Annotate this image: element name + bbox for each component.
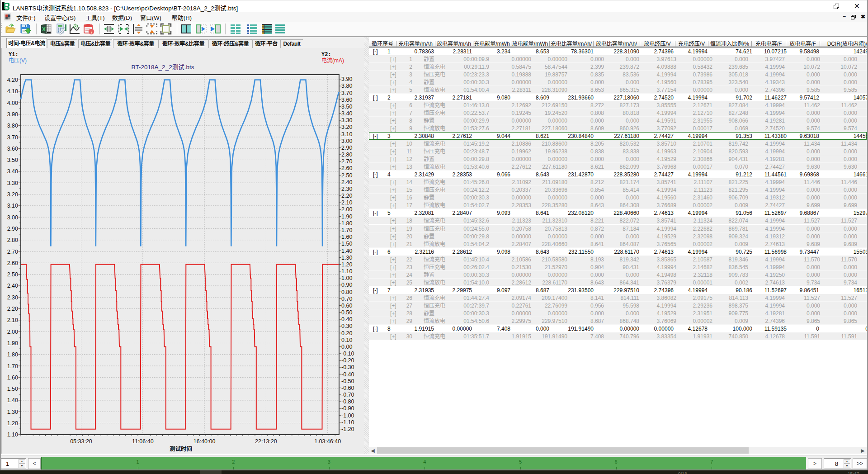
svg-text:-0.20: -0.20	[341, 357, 354, 364]
svg-text:1.40: 1.40	[341, 248, 352, 254]
svg-text:3.50: 3.50	[341, 104, 352, 110]
svg-text:2.10: 2.10	[7, 317, 18, 323]
svg-text:0.70: 0.70	[341, 296, 352, 302]
svg-text:1.60: 1.60	[7, 374, 18, 381]
svg-text:电流(mA): 电流(mA)	[321, 57, 344, 64]
svg-text:2.30: 2.30	[7, 294, 18, 301]
svg-text:1.03:46:40: 1.03:46:40	[314, 438, 341, 445]
svg-text:2.80: 2.80	[341, 152, 352, 158]
svg-text:1.20: 1.20	[341, 261, 352, 268]
svg-text:0.20: 0.20	[341, 330, 352, 337]
svg-text:3.10: 3.10	[341, 131, 352, 137]
svg-text:0.80: 0.80	[341, 289, 352, 295]
svg-text:2.00: 2.00	[341, 206, 352, 213]
svg-text:2.90: 2.90	[7, 226, 18, 232]
svg-text:1.80: 1.80	[341, 220, 352, 227]
svg-text:1.30: 1.30	[341, 255, 352, 261]
svg-text:2.10: 2.10	[341, 199, 352, 206]
svg-text:电压(V): 电压(V)	[9, 57, 27, 64]
svg-text:测试时间: 测试时间	[170, 446, 192, 452]
svg-text:Y1:: Y1:	[9, 52, 19, 58]
svg-text:1.10: 1.10	[7, 431, 18, 438]
svg-text:-0.90: -0.90	[341, 405, 354, 412]
svg-text:05:33:20: 05:33:20	[70, 438, 92, 445]
svg-text:2.90: 2.90	[341, 145, 352, 151]
svg-text:1.40: 1.40	[7, 397, 18, 403]
svg-text:4.10: 4.10	[7, 88, 18, 95]
svg-text:3.60: 3.60	[7, 146, 18, 152]
svg-text:-0.70: -0.70	[341, 392, 354, 398]
svg-text:3.90: 3.90	[7, 111, 18, 118]
svg-text:-1.10: -1.10	[341, 419, 354, 426]
svg-text:0.90: 0.90	[341, 282, 352, 288]
svg-text:3.50: 3.50	[7, 157, 18, 163]
svg-text:2.40: 2.40	[7, 283, 18, 289]
svg-text:2.60: 2.60	[341, 165, 352, 171]
svg-text:3.90: 3.90	[341, 76, 352, 82]
svg-text:-0.60: -0.60	[341, 385, 354, 391]
svg-text:3.00: 3.00	[341, 138, 352, 144]
svg-text:3.30: 3.30	[7, 180, 18, 186]
svg-text:16:40:00: 16:40:00	[193, 438, 216, 445]
svg-text:3.70: 3.70	[341, 90, 352, 96]
svg-text:1.90: 1.90	[7, 340, 18, 346]
svg-text:4.20: 4.20	[7, 77, 18, 83]
svg-text:1.30: 1.30	[7, 409, 18, 415]
svg-text:2.20: 2.20	[7, 306, 18, 312]
svg-text:-0.30: -0.30	[341, 364, 354, 370]
svg-text:0.60: 0.60	[341, 303, 352, 309]
svg-text:11:06:40: 11:06:40	[132, 438, 154, 445]
svg-text:2.40: 2.40	[341, 179, 352, 185]
svg-text:-0.40: -0.40	[341, 371, 354, 378]
svg-text:2.60: 2.60	[7, 260, 18, 266]
svg-text:X: X	[42, 26, 46, 33]
svg-text:3.30: 3.30	[341, 117, 352, 123]
svg-text:3.20: 3.20	[341, 124, 352, 130]
svg-text:1.60: 1.60	[341, 234, 352, 240]
svg-text:-0.10: -0.10	[341, 351, 354, 357]
svg-text:2.00: 2.00	[7, 329, 18, 335]
svg-text:1.70: 1.70	[7, 363, 18, 370]
svg-text:3.20: 3.20	[7, 191, 18, 198]
svg-text:0.40: 0.40	[341, 316, 352, 322]
svg-text:22:13:20: 22:13:20	[255, 438, 277, 445]
svg-text:3.10: 3.10	[7, 203, 18, 209]
svg-text:3.00: 3.00	[7, 214, 18, 221]
svg-text:3.40: 3.40	[341, 110, 352, 117]
svg-text:2.30: 2.30	[341, 186, 352, 192]
svg-text:0.00: 0.00	[341, 344, 352, 350]
svg-text:1.70: 1.70	[341, 227, 352, 233]
svg-text:1.80: 1.80	[7, 351, 18, 358]
svg-text:2.50: 2.50	[341, 172, 352, 179]
svg-text:2.80: 2.80	[7, 237, 18, 243]
svg-text:1.00: 1.00	[341, 275, 352, 281]
svg-text:2.50: 2.50	[7, 271, 18, 278]
svg-text:1.50: 1.50	[341, 241, 352, 247]
svg-text:0.50: 0.50	[341, 309, 352, 316]
svg-text:1.10: 1.10	[341, 268, 352, 275]
svg-text:1.90: 1.90	[341, 213, 352, 220]
svg-text:BT-2018A_2_2测试.bts: BT-2018A_2_2测试.bts	[132, 64, 194, 71]
svg-text:Y2:: Y2:	[321, 52, 331, 58]
svg-text:3.70: 3.70	[7, 134, 18, 141]
svg-text:4.00: 4.00	[7, 100, 18, 106]
svg-text:3.60: 3.60	[341, 97, 352, 103]
svg-text:3.80: 3.80	[341, 83, 352, 89]
svg-text:0.30: 0.30	[341, 323, 352, 329]
svg-text:1.20: 1.20	[7, 420, 18, 427]
svg-text:3.80: 3.80	[7, 123, 18, 129]
svg-text:-1.20: -1.20	[341, 426, 354, 432]
svg-text:-0.50: -0.50	[341, 378, 354, 384]
svg-text:1.50: 1.50	[7, 386, 18, 392]
svg-text:-1.00: -1.00	[341, 412, 354, 419]
svg-text:0.10: 0.10	[341, 337, 352, 343]
svg-text:3.40: 3.40	[7, 168, 18, 175]
svg-text:2.20: 2.20	[341, 193, 352, 199]
svg-text:-0.80: -0.80	[341, 398, 354, 405]
svg-text:2.70: 2.70	[7, 249, 18, 255]
svg-text:2.70: 2.70	[341, 158, 352, 165]
